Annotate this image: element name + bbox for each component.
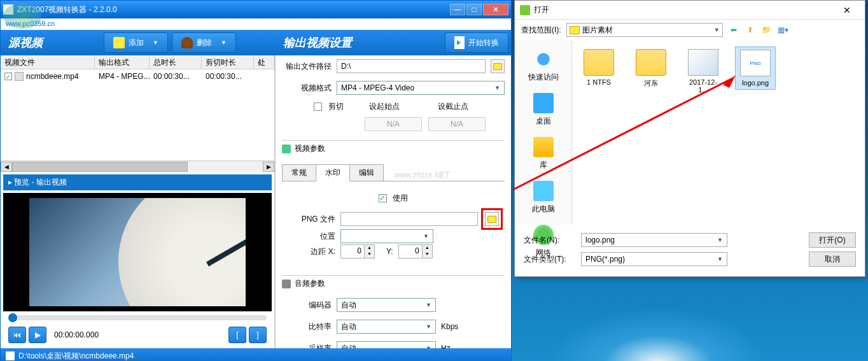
- prev-button[interactable]: ⏮: [8, 327, 26, 343]
- use-label: 使用: [393, 194, 408, 202]
- folder-icon: [570, 26, 580, 34]
- chevron-down-icon: ▼: [714, 27, 720, 33]
- spin-up[interactable]: ▲: [423, 245, 432, 251]
- crop-label: 剪切: [328, 101, 344, 112]
- back-icon[interactable]: ⬅: [728, 24, 739, 36]
- col-file[interactable]: 视频文件: [1, 55, 95, 69]
- crop-checkbox[interactable]: [314, 103, 322, 111]
- library-icon: [533, 137, 554, 157]
- new-folder-icon[interactable]: 📁: [761, 24, 773, 36]
- table-header: 视频文件 输出格式 总时长 剪切时长 处: [1, 55, 274, 69]
- filetype-select[interactable]: PNG(*.png) ▼: [581, 252, 727, 266]
- add-folder-icon: [113, 37, 125, 48]
- start-convert-button[interactable]: 开始转换: [445, 32, 508, 53]
- cancel-button[interactable]: 取消: [809, 251, 856, 267]
- tab-edit[interactable]: 编辑: [349, 164, 384, 181]
- dialog-title: 打开: [534, 4, 834, 15]
- scroll-right-button[interactable]: ▶: [263, 162, 274, 172]
- up-icon[interactable]: ⬆: [745, 24, 756, 36]
- png-file-label: PNG 文件: [286, 214, 335, 225]
- hz-unit: Hz: [441, 344, 451, 348]
- audio-params-label: 音频参数: [295, 278, 325, 289]
- file-item-folder[interactable]: 1 NTFS: [578, 46, 619, 88]
- col-duration[interactable]: 总时长: [150, 55, 202, 69]
- sidebar-this-pc[interactable]: 此电脑: [515, 176, 571, 220]
- lookup-select[interactable]: 图片素材 ▼: [566, 23, 723, 37]
- scroll-thumb[interactable]: [12, 162, 188, 172]
- video-params-label: 视频参数: [295, 143, 325, 154]
- status-bar: D:\tools\桌面\视频\ncmbdeee.mp4: [1, 348, 511, 361]
- url-text: www.pc0359.cn: [1, 18, 511, 30]
- output-path-input[interactable]: [337, 59, 486, 73]
- samplerate-select[interactable]: 自动▼: [337, 341, 436, 348]
- folder-icon: [493, 63, 502, 70]
- col-cut[interactable]: 剪切时长: [202, 55, 254, 69]
- titlebar: ZXT2007视频转换器 - 2.2.0.0 — □ ✕: [1, 1, 511, 18]
- lookup-label: 查找范围(I):: [521, 25, 561, 36]
- file-item-folder[interactable]: 河东: [631, 46, 671, 90]
- browse-png-button[interactable]: [485, 212, 499, 226]
- margin-x-input[interactable]: 0 ▲▼: [340, 244, 375, 258]
- file-item-image[interactable]: 2017-12-1...: [683, 46, 724, 96]
- folder-icon: [584, 49, 614, 76]
- sidebar-quick-access[interactable]: 快速访问: [515, 44, 571, 88]
- table-row[interactable]: ✓ ncmbdeee.mp4 MP4 - MPEG... 00:00:30...…: [1, 69, 274, 83]
- watermark-tab-content: ✓ 使用 PNG 文件 位置 ▼ 边距 X: 0: [282, 187, 505, 266]
- convert-icon: [454, 36, 465, 49]
- start-point-label: 设起始点: [369, 101, 400, 112]
- close-button[interactable]: ✕: [483, 4, 508, 15]
- use-checkbox[interactable]: ✓: [379, 194, 387, 202]
- start-time-input[interactable]: [365, 117, 422, 131]
- add-button[interactable]: 添加 ▼: [104, 32, 168, 53]
- seek-slider[interactable]: [8, 315, 267, 320]
- mark-end-button[interactable]: ]: [249, 327, 267, 343]
- bitrate-label: 比特率: [282, 322, 332, 332]
- dialog-close-button[interactable]: ✕: [834, 2, 860, 18]
- file-list: 1 NTFS 河东 2017-12-1... PNG logo.png: [572, 40, 865, 225]
- sidebar-desktop[interactable]: 桌面: [515, 88, 571, 132]
- png-file-input[interactable]: [340, 212, 478, 226]
- file-item-png-selected[interactable]: PNG logo.png: [735, 46, 776, 90]
- audio-params-icon: [282, 280, 291, 288]
- filename-input[interactable]: logo.png ▼: [581, 233, 727, 247]
- seek-thumb[interactable]: [8, 313, 17, 322]
- maximize-button[interactable]: □: [466, 4, 482, 15]
- video-format-select[interactable]: MP4 - MPEG-4 Video ▼: [337, 81, 505, 95]
- row-checkbox[interactable]: ✓: [4, 73, 12, 80]
- spin-up[interactable]: ▲: [365, 245, 374, 251]
- position-label: 位置: [286, 231, 335, 242]
- png-icon: PNG: [740, 50, 771, 76]
- file-icon: [15, 72, 24, 81]
- row-cut: 00:00:30...: [202, 70, 254, 83]
- row-filename: ncmbdeee.mp4: [26, 72, 79, 81]
- margin-y-input[interactable]: 0 ▲▼: [398, 244, 433, 258]
- encoder-select[interactable]: 自动▼: [337, 298, 436, 312]
- preview-title: ▸ 预览 - 输出视频: [3, 174, 272, 190]
- end-time-input[interactable]: [428, 117, 486, 131]
- remove-brush-icon: [181, 37, 193, 48]
- chevron-down-icon: ▼: [717, 256, 723, 262]
- col-proc[interactable]: 处: [254, 55, 274, 69]
- bitrate-select[interactable]: 自动▼: [337, 320, 436, 334]
- play-button[interactable]: ▶: [29, 327, 46, 343]
- tab-watermark[interactable]: 水印: [316, 164, 350, 181]
- dialog-icon: [520, 5, 530, 15]
- folder-icon: [487, 216, 496, 223]
- col-format[interactable]: 输出格式: [95, 55, 150, 69]
- main-window: ZXT2007视频转换器 - 2.2.0.0 — □ ✕ www.pc0359.…: [0, 0, 512, 361]
- scroll-left-button[interactable]: ◀: [1, 162, 12, 172]
- spin-down[interactable]: ▼: [365, 251, 374, 258]
- mark-start-button[interactable]: [: [228, 327, 246, 343]
- filename-label: 文件名(N):: [524, 235, 575, 246]
- hscroll[interactable]: ◀ ▶: [1, 160, 274, 172]
- position-select[interactable]: ▼: [340, 229, 433, 243]
- sidebar-library[interactable]: 库: [515, 132, 571, 176]
- filetype-label: 文件类型(T):: [524, 254, 575, 265]
- tab-general[interactable]: 常规: [282, 164, 316, 181]
- open-button[interactable]: 打开(O): [809, 232, 856, 248]
- minimize-button[interactable]: —: [450, 4, 465, 15]
- spin-down[interactable]: ▼: [423, 251, 432, 258]
- view-icon[interactable]: ▦▾: [778, 24, 789, 36]
- remove-button[interactable]: 删除 ▼: [172, 32, 236, 53]
- browse-output-button[interactable]: [491, 59, 505, 73]
